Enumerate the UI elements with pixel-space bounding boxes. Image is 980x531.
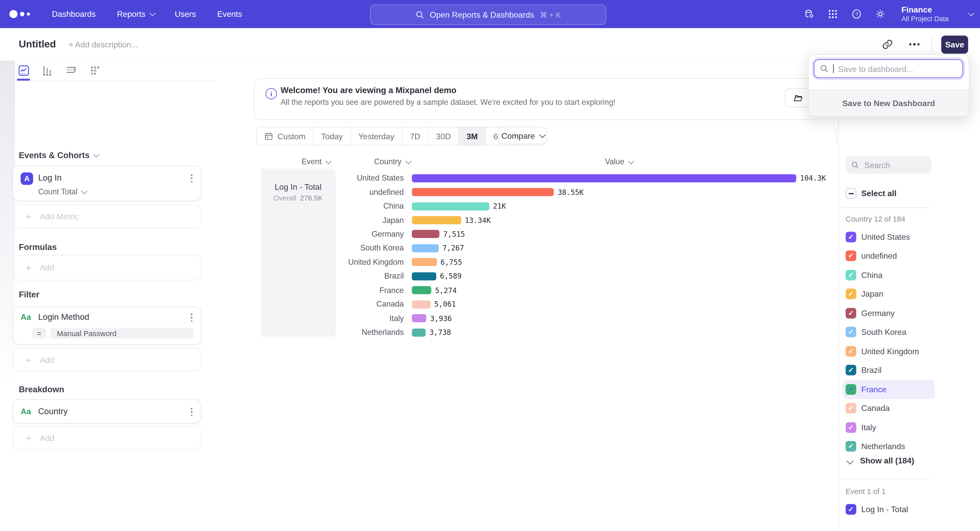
country-row-germany[interactable]: ✓Germany <box>842 303 935 323</box>
filter-operator[interactable]: = <box>32 328 46 339</box>
date-range-yesterday[interactable]: Yesterday <box>351 127 402 145</box>
project-switcher[interactable]: Finance All Project Data <box>901 5 949 23</box>
apps-grid-icon[interactable] <box>828 9 838 19</box>
bar[interactable] <box>412 188 554 197</box>
country-row-undefined[interactable]: ✓undefined <box>842 246 935 265</box>
bar[interactable] <box>412 258 437 266</box>
country-checkbox-checked[interactable]: ✓ <box>845 251 856 262</box>
country-checkbox-checked[interactable]: ✓ <box>845 346 856 357</box>
data-management-icon[interactable] <box>804 9 815 19</box>
compare-button[interactable]: Compare <box>498 127 547 144</box>
country-checkbox-checked[interactable]: ✓ <box>845 403 856 414</box>
event-series-row[interactable]: ✓ Log In - Total <box>845 504 908 515</box>
column-header-country[interactable]: Country <box>374 157 410 166</box>
bar[interactable] <box>412 272 436 280</box>
country-checkbox-checked[interactable]: ✓ <box>845 289 856 300</box>
report-title[interactable]: Untitled <box>19 39 56 50</box>
country-label: Brazil <box>861 366 882 375</box>
bar[interactable] <box>412 314 426 322</box>
add-filter-button[interactable]: +Add <box>13 348 201 372</box>
save-button[interactable]: Save <box>941 35 968 53</box>
tab-funnel-bars-icon[interactable] <box>42 65 53 76</box>
bar-row-france: France5,274 <box>261 283 826 297</box>
settings-gear-icon[interactable] <box>875 9 886 19</box>
date-range-7d[interactable]: 7D <box>402 127 428 145</box>
country-label: Netherlands <box>861 442 905 451</box>
country-row-japan[interactable]: ✓Japan <box>842 285 935 304</box>
bar[interactable] <box>412 216 461 224</box>
filter-property-name[interactable]: Login Method <box>38 312 89 322</box>
event-checkbox-checked[interactable]: ✓ <box>845 504 856 515</box>
add-metric-button[interactable]: +Add Metric <box>13 204 201 228</box>
country-row-united-kingdom[interactable]: ✓United Kingdom <box>842 342 935 361</box>
add-description-placeholder[interactable]: + Add description... <box>68 40 138 49</box>
bar[interactable] <box>412 286 431 294</box>
bar-value: 13.34K <box>465 216 491 224</box>
country-row-brazil[interactable]: ✓Brazil <box>842 361 935 380</box>
filter-kebab-icon[interactable] <box>191 314 192 322</box>
country-row-netherlands[interactable]: ✓Netherlands <box>842 437 935 456</box>
filter-value[interactable]: Manual Password <box>50 328 194 339</box>
chevron-down-icon <box>846 457 854 464</box>
project-chevron-icon <box>968 10 974 16</box>
country-checkbox-checked[interactable]: ✓ <box>845 231 856 242</box>
metric-aggregation[interactable]: Count Total <box>38 187 86 196</box>
country-row-canada[interactable]: ✓Canada <box>842 399 935 418</box>
country-row-italy[interactable]: ✓Italy <box>842 418 935 437</box>
country-row-china[interactable]: ✓China <box>842 265 935 285</box>
save-dashboard-placeholder: Save to dashboard... <box>838 64 913 73</box>
country-row-south-korea[interactable]: ✓South Korea <box>842 323 935 342</box>
bar[interactable] <box>412 202 489 210</box>
country-checkbox-checked[interactable]: ✓ <box>845 327 856 338</box>
breakdown-property-name[interactable]: Country <box>38 407 68 416</box>
date-range-30d[interactable]: 30D <box>428 127 459 145</box>
help-icon[interactable]: ? <box>851 9 862 19</box>
global-search-button[interactable]: Open Reports & Dashboards ⌘ + K <box>370 4 606 25</box>
select-all-checkbox-indeterminate[interactable] <box>845 188 856 199</box>
panel-search-input[interactable]: Search <box>845 156 931 174</box>
country-checkbox-checked[interactable]: ✓ <box>845 422 856 433</box>
country-row-france[interactable]: ✓France <box>842 380 935 399</box>
nav-item-users[interactable]: Users <box>175 10 196 19</box>
tab-insights-line-chart-icon[interactable] <box>18 65 29 76</box>
breakdown-card-country[interactable]: Aa Country <box>13 399 201 424</box>
filter-card-login-method[interactable]: Aa Login Method = Manual Password <box>13 307 201 345</box>
nav-item-events[interactable]: Events <box>217 10 242 19</box>
nav-item-dashboards[interactable]: Dashboards <box>52 10 96 19</box>
tab-retention-dots-icon[interactable] <box>89 65 100 76</box>
bar-row-united-states: United States104.3K <box>261 171 826 185</box>
events-cohorts-header[interactable]: Events & Cohorts <box>19 151 97 160</box>
bar[interactable] <box>412 244 439 252</box>
column-header-event[interactable]: Event <box>302 157 330 166</box>
mixpanel-logo-icon[interactable] <box>10 10 30 18</box>
metric-card-log-in[interactable]: A Log In Count Total <box>13 165 201 201</box>
column-header-value[interactable]: Value <box>605 157 633 166</box>
save-dashboard-search-input[interactable]: Save to dashboard... <box>814 59 963 78</box>
copy-link-icon[interactable] <box>881 39 893 50</box>
show-all-button[interactable]: Show all (184) <box>844 456 914 466</box>
more-options-button[interactable] <box>909 43 919 46</box>
save-to-new-dashboard-button[interactable]: Save to New Dashboard <box>809 89 969 116</box>
country-label: Italy <box>861 423 876 432</box>
metric-name[interactable]: Log In <box>38 173 62 182</box>
select-all-row[interactable]: Select all <box>845 188 896 199</box>
bar[interactable] <box>412 174 796 182</box>
nav-item-reports[interactable]: Reports <box>117 10 153 19</box>
country-checkbox-checked[interactable]: ✓ <box>845 365 856 376</box>
date-range-custom[interactable]: Custom <box>257 127 313 145</box>
country-row-united-states[interactable]: ✓United States <box>842 227 935 246</box>
tab-flows-icon[interactable] <box>65 65 77 76</box>
bar[interactable] <box>412 230 439 238</box>
bar[interactable] <box>412 328 426 336</box>
bar[interactable] <box>412 300 431 308</box>
date-range-today[interactable]: Today <box>313 127 351 145</box>
country-checkbox-checked[interactable]: ✓ <box>845 441 856 452</box>
country-checkbox-checked[interactable]: ✓ <box>845 269 856 280</box>
metric-kebab-icon[interactable] <box>191 174 192 182</box>
add-formula-button[interactable]: +Add <box>13 255 201 280</box>
date-range-3m[interactable]: 3M <box>459 127 486 145</box>
country-checkbox-checked[interactable]: ✓ <box>845 308 856 319</box>
country-checkbox-checked[interactable]: ✓ <box>845 384 856 395</box>
breakdown-kebab-icon[interactable] <box>191 408 192 416</box>
add-breakdown-button[interactable]: +Add <box>13 426 201 450</box>
